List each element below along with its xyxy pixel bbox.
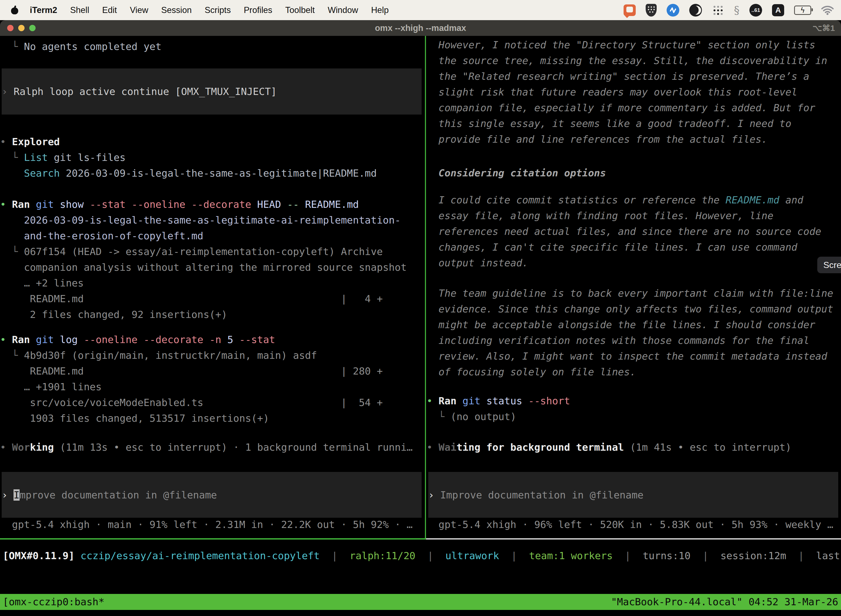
terminal-line: README.md | 280 + bbox=[0, 363, 424, 379]
prompt-input-box[interactable]: › Improve documentation in @filename bbox=[428, 472, 838, 518]
battery-bolt-glyph: ϟ bbox=[800, 7, 805, 14]
terminal-line: companion analysis without altering the … bbox=[0, 260, 424, 275]
pane-left[interactable]: └ No agents completed yet› Ralph loop ac… bbox=[0, 36, 424, 538]
terminal-line: changes, I can't cite specific file line… bbox=[426, 239, 841, 255]
terminal-line: └ List git ls-files bbox=[0, 150, 424, 165]
terminal-line: • Working (11m 13s • esc to interrupt) ·… bbox=[0, 439, 424, 455]
terminal-line: › Improve documentation in @filename bbox=[428, 487, 838, 503]
terminal-line: essay file, along with finding root file… bbox=[426, 208, 841, 224]
terminal-line: • Explored bbox=[0, 134, 424, 150]
chat-icon[interactable] bbox=[624, 4, 636, 16]
tmux-host-clock-label: "MacBook-Pro-44.local" 04:52 31-Mar-26 bbox=[611, 594, 838, 610]
terminal-line: might be acceptable alongside the file l… bbox=[426, 317, 841, 333]
terminal[interactable]: └ No agents completed yet› Ralph loop ac… bbox=[0, 36, 841, 538]
keyboard-a-icon[interactable]: A bbox=[772, 4, 784, 16]
menu-item-window[interactable]: Window bbox=[328, 5, 358, 15]
agents-note: └ No agents completed yet bbox=[0, 39, 424, 54]
pane-divider[interactable] bbox=[425, 36, 426, 538]
menu-item-view[interactable]: View bbox=[130, 5, 148, 15]
apple-menu-icon[interactable] bbox=[11, 6, 18, 14]
git-status-block: • Ran git status --short └ (no output) bbox=[426, 393, 841, 424]
terminal-line: However, I noticed the "Directory Struct… bbox=[426, 37, 841, 53]
menu-item-session[interactable]: Session bbox=[161, 5, 192, 15]
model-status-line: gpt-5.4 xhigh · main · 91% left · 2.31M … bbox=[0, 517, 424, 532]
terminal-line: • Ran git show --stat --oneline --decora… bbox=[0, 197, 424, 212]
window-title: omx --xhigh --madmax bbox=[0, 20, 841, 36]
terminal-line: Search 2026-03-09-is-legal-the-same-as-l… bbox=[0, 165, 424, 181]
terminal-line: README.md | 4 + bbox=[0, 291, 424, 307]
terminal-line: evidence. Since this change only affects… bbox=[426, 301, 841, 317]
menu-item-help[interactable]: Help bbox=[371, 5, 389, 15]
shield-icon[interactable] bbox=[646, 4, 657, 16]
terminal-line: slight risk that future readers may over… bbox=[426, 84, 841, 100]
tmux-status-bar: [omx-cczip0:bash* "MacBook-Pro-44.local"… bbox=[0, 594, 841, 610]
reasoning-para-1: However, I noticed the "Directory Struct… bbox=[426, 37, 841, 147]
battery-icon[interactable]: ϟ bbox=[794, 6, 811, 15]
explored-block: • Explored └ List git ls-files Search 20… bbox=[0, 134, 424, 181]
terminal-line: › Improve documentation in @filename bbox=[1, 487, 422, 503]
terminal-line: └ 4b9d30f (origin/main, instructkr/main,… bbox=[0, 348, 424, 363]
terminal-line: The team guideline is to back every impo… bbox=[426, 285, 841, 301]
screen: iTerm2ShellEditViewSessionScriptsProfile… bbox=[0, 0, 841, 616]
dots-grid-icon[interactable] bbox=[712, 4, 724, 16]
moon-icon[interactable] bbox=[689, 4, 702, 16]
git-log-block: • Ran git log --oneline --decorate -n 5 … bbox=[0, 332, 424, 426]
terminal-line: … +2 lines bbox=[0, 275, 424, 291]
terminal-line: 1903 files changed, 513517 insertions(+) bbox=[0, 411, 424, 426]
terminal-line: provide file and line references from th… bbox=[426, 131, 841, 147]
terminal-line: • Ran git status --short bbox=[426, 393, 841, 409]
terminal-line: and-the-erosion-of-copyleft.md bbox=[0, 228, 424, 244]
prompt-input-box[interactable]: › Improve documentation in @filename bbox=[1, 472, 422, 518]
waiting-status: • Waiting for background terminal (1m 41… bbox=[426, 439, 841, 455]
terminal-line: the "Related research writing" section i… bbox=[426, 69, 841, 84]
left-pane-bottom-border bbox=[0, 538, 426, 540]
menu-items: iTerm2ShellEditViewSessionScriptsProfile… bbox=[30, 5, 389, 15]
screen-tooltip: Scre bbox=[817, 257, 841, 273]
menubar-status-icons: § ..61 A ϟ bbox=[624, 4, 834, 16]
squiggle-icon[interactable]: § bbox=[734, 4, 740, 16]
menu-item-edit[interactable]: Edit bbox=[102, 5, 117, 15]
git-show-block: • Ran git show --stat --oneline --decora… bbox=[0, 197, 424, 322]
terminal-line: src/voice/voiceModeEnabled.ts | 54 + bbox=[0, 395, 424, 411]
menu-item-toolbelt[interactable]: Toolbelt bbox=[285, 5, 315, 15]
working-status: • Working (11m 13s • esc to interrupt) ·… bbox=[0, 439, 424, 455]
reasoning-heading: Considering citation options bbox=[426, 165, 841, 181]
reasoning-para-2: I could cite commit statistics or refere… bbox=[426, 192, 841, 271]
terminal-line: 2 files changed, 92 insertions(+) bbox=[0, 307, 424, 322]
terminal-line: companion file, especially if more comme… bbox=[426, 100, 841, 116]
menu-item-profiles[interactable]: Profiles bbox=[244, 5, 272, 15]
terminal-line: gpt-5.4 xhigh · 96% left · 520K in · 5.8… bbox=[426, 517, 841, 532]
wifi-icon[interactable] bbox=[821, 5, 834, 15]
menu-item-shell[interactable]: Shell bbox=[70, 5, 89, 15]
pulse-icon[interactable] bbox=[667, 4, 679, 16]
terminal-line: … +1901 lines bbox=[0, 379, 424, 395]
terminal-line: • Ran git log --oneline --decorate -n 5 … bbox=[0, 332, 424, 348]
model-status-line: gpt-5.4 xhigh · 96% left · 520K in · 5.8… bbox=[426, 517, 841, 532]
terminal-line: this single essay, it seems like a good … bbox=[426, 116, 841, 131]
terminal-line: └ No agents completed yet bbox=[0, 39, 424, 54]
terminal-line: the source tree, missing the essay. Stil… bbox=[426, 53, 841, 69]
window-title-bar[interactable]: omx --xhigh --madmax ⌥⌘1 bbox=[0, 20, 841, 36]
ralph-inject-box: › Ralph loop active continue [OMX_TMUX_I… bbox=[1, 69, 422, 114]
terminal-line: └ (no output) bbox=[426, 409, 841, 424]
menu-item-scripts[interactable]: Scripts bbox=[205, 5, 231, 15]
right-pane-bottom-border bbox=[426, 538, 841, 540]
terminal-line: references need actual files, and since … bbox=[426, 224, 841, 239]
terminal-line: gpt-5.4 xhigh · main · 91% left · 2.31M … bbox=[0, 517, 424, 532]
menu-bar: iTerm2ShellEditViewSessionScriptsProfile… bbox=[0, 0, 841, 20]
pane-right[interactable]: However, I noticed the "Directory Struct… bbox=[426, 36, 841, 538]
menu-item-iterm2[interactable]: iTerm2 bbox=[30, 5, 57, 15]
window-shortcut-badge: ⌥⌘1 bbox=[813, 20, 835, 36]
terminal-line: • Waiting for background terminal (1m 41… bbox=[426, 439, 841, 455]
reasoning-para-3: The team guideline is to back every impo… bbox=[426, 285, 841, 380]
terminal-line: 2026-03-09-is-legal-the-same-as-legitima… bbox=[0, 212, 424, 228]
terminal-line: └ 067f154 (HEAD -> essay/ai-reimplementa… bbox=[0, 244, 424, 260]
terminal-line: including verification notes with those … bbox=[426, 333, 841, 348]
badge-61-icon[interactable]: ..61 bbox=[749, 4, 762, 16]
terminal-line: › Ralph loop active continue [OMX_TMUX_I… bbox=[1, 84, 422, 99]
terminal-line: review. Also, I might want to inspect th… bbox=[426, 348, 841, 364]
omx-status-line: [OMX#0.11.9] cczip/essay/ai-reimplementa… bbox=[3, 548, 841, 563]
terminal-line: Considering citation options bbox=[426, 165, 841, 181]
terminal-line: of focusing solely on file lines. bbox=[426, 364, 841, 380]
tmux-session-label: [omx-cczip0:bash* bbox=[3, 594, 104, 610]
